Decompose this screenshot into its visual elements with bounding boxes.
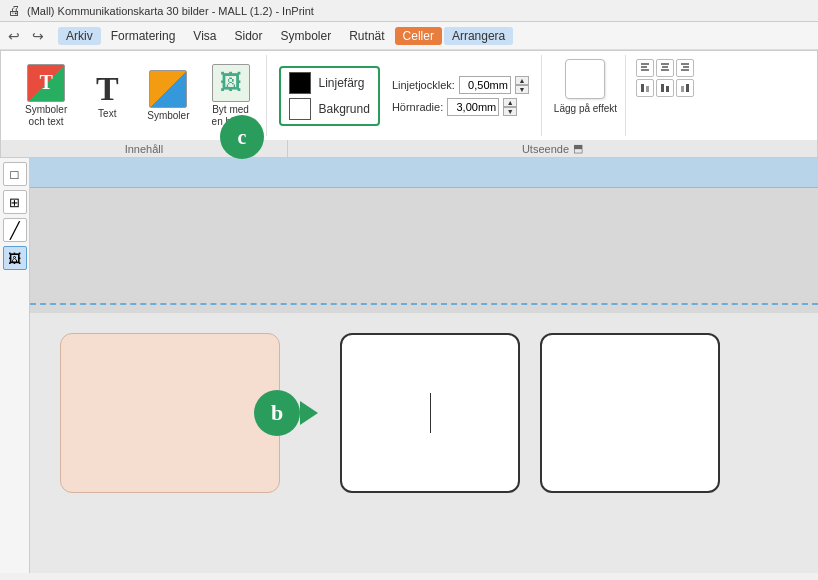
canvas-main: b [30, 158, 818, 573]
utseende-label: Utseende ⬒ [288, 140, 817, 157]
param-section: Linjetjocklek: ▲ ▼ Hörnradie: ▲ ▼ [388, 76, 533, 116]
utseende-expand-icon[interactable]: ⬒ [573, 142, 583, 155]
ribbon-content: T Symboleroch text T Text Symboler [0, 50, 818, 140]
align-center-bottom-icon [659, 82, 671, 94]
menu-arrangera[interactable]: Arrangera [444, 27, 513, 45]
menu-formatering[interactable]: Formatering [103, 27, 184, 45]
menu-arkiv[interactable]: Arkiv [58, 27, 101, 45]
align-left-bottom[interactable] [636, 79, 654, 97]
label-b-arrow [300, 401, 318, 425]
title-bar: 🖨 (Mall) Kommunikationskarta 30 bilder -… [0, 0, 818, 22]
align-center-bottom[interactable] [656, 79, 674, 97]
menu-visa[interactable]: Visa [185, 27, 224, 45]
bakgrund-swatch[interactable] [289, 98, 311, 120]
card-pink[interactable] [60, 333, 280, 493]
hornradie-spinner[interactable]: ▲ ▼ [503, 98, 517, 116]
window-title: (Mall) Kommunikationskarta 30 bilder - M… [27, 5, 314, 17]
effekt-label: Lägg på effekt [554, 103, 617, 114]
align-center-top-icon [659, 62, 671, 74]
select-tool[interactable]: □ [3, 162, 27, 186]
linjefarg-label: Linjefärg [319, 76, 365, 90]
text-button[interactable]: T Text [81, 68, 133, 124]
align-left-bottom-icon [639, 82, 651, 94]
image-tool[interactable]: 🖼 [3, 246, 27, 270]
grid-tool[interactable]: ⊞ [3, 190, 27, 214]
linjetjocklek-input[interactable] [459, 76, 511, 94]
ribbon-group-utseende: Linjefärg Bakgrund Linjetjocklek: ▲ ▼ [271, 55, 542, 136]
label-c-badge: c [220, 115, 264, 159]
svg-rect-9 [641, 84, 644, 92]
menu-bar: ↩ ↪ Arkiv Formatering Visa Sidor Symbole… [0, 22, 818, 50]
text-cursor [430, 393, 431, 433]
redo-button[interactable]: ↪ [28, 26, 48, 46]
linjetjocklek-up[interactable]: ▲ [515, 76, 529, 85]
hornradie-input[interactable] [447, 98, 499, 116]
symboler-icon [149, 70, 187, 108]
label-b-group: b [254, 390, 318, 436]
align-left-top-icon [639, 62, 651, 74]
ribbon-group-effekt: Lägg på effekt [546, 55, 626, 136]
card-white-2[interactable] [540, 333, 720, 493]
align-row-2 [636, 79, 694, 97]
linjetjocklek-down[interactable]: ▼ [515, 85, 529, 94]
hornradie-up[interactable]: ▲ [503, 98, 517, 107]
effekt-button[interactable] [565, 59, 605, 99]
card-area: b [30, 313, 818, 573]
text-icon: T [96, 72, 119, 106]
align-center-top[interactable] [656, 59, 674, 77]
ribbon-buttons-row: T Symboleroch text T Text Symboler [17, 59, 258, 132]
align-left-top[interactable] [636, 59, 654, 77]
symboler-label: Symboler [147, 110, 189, 122]
symboler-button[interactable]: Symboler [139, 66, 197, 126]
undo-button[interactable]: ↩ [4, 26, 24, 46]
svg-rect-11 [661, 84, 664, 92]
align-right-top[interactable] [676, 59, 694, 77]
menu-celler[interactable]: Celler [395, 27, 442, 45]
svg-rect-14 [686, 84, 689, 92]
line-tool[interactable]: ╱ [3, 218, 27, 242]
color-box-section: Linjefärg Bakgrund [279, 66, 380, 126]
canvas-header-strip [30, 158, 818, 188]
hornradie-down[interactable]: ▼ [503, 107, 517, 116]
canvas-dashed-separator [30, 303, 818, 305]
menu-rutnat[interactable]: Rutnät [341, 27, 392, 45]
ribbon: c T Symboleroch text T Text [0, 50, 818, 158]
symboler-text-icon: T [27, 64, 65, 102]
bild-icon: 🖼 [212, 64, 250, 102]
linjetjocklek-spinner[interactable]: ▲ ▼ [515, 76, 529, 94]
align-row-1 [636, 59, 694, 77]
text-label: Text [98, 108, 116, 120]
app-icon: 🖨 [8, 3, 21, 18]
linjetjocklek-label: Linjetjocklek: [392, 79, 455, 91]
hornradie-label: Hörnradie: [392, 101, 443, 113]
align-right-top-icon [679, 62, 691, 74]
card-white-cursor[interactable] [340, 333, 520, 493]
utseende-text: Utseende [522, 143, 569, 155]
hornradie-row: Hörnradie: ▲ ▼ [392, 98, 529, 116]
canvas-area: □ ⊞ ╱ 🖼 b [0, 158, 818, 573]
label-b-container: b [254, 390, 318, 436]
align-right-bottom-icon [679, 82, 691, 94]
left-toolbar: □ ⊞ ╱ 🖼 [0, 158, 30, 573]
svg-rect-12 [666, 86, 669, 92]
menu-symboler[interactable]: Symboler [273, 27, 340, 45]
bakgrund-label: Bakgrund [319, 102, 370, 116]
label-b-badge: b [254, 390, 300, 436]
bakgrund-row: Bakgrund [289, 98, 370, 120]
linjefarg-swatch[interactable] [289, 72, 311, 94]
svg-rect-10 [646, 86, 649, 92]
toolbar-icons: ↩ ↪ [4, 26, 48, 46]
align-section [630, 55, 700, 136]
symboler-text-button[interactable]: T Symboleroch text [17, 60, 75, 132]
menu-sidor[interactable]: Sidor [227, 27, 271, 45]
svg-rect-13 [681, 86, 684, 92]
linjefarg-row: Linjefärg [289, 72, 370, 94]
ribbon-bottom-labels: Innehåll Utseende ⬒ [0, 140, 818, 158]
card-pink-container: b [60, 333, 280, 493]
align-right-bottom[interactable] [676, 79, 694, 97]
symboler-text-label: Symboleroch text [25, 104, 67, 128]
linjetjocklek-row: Linjetjocklek: ▲ ▼ [392, 76, 529, 94]
